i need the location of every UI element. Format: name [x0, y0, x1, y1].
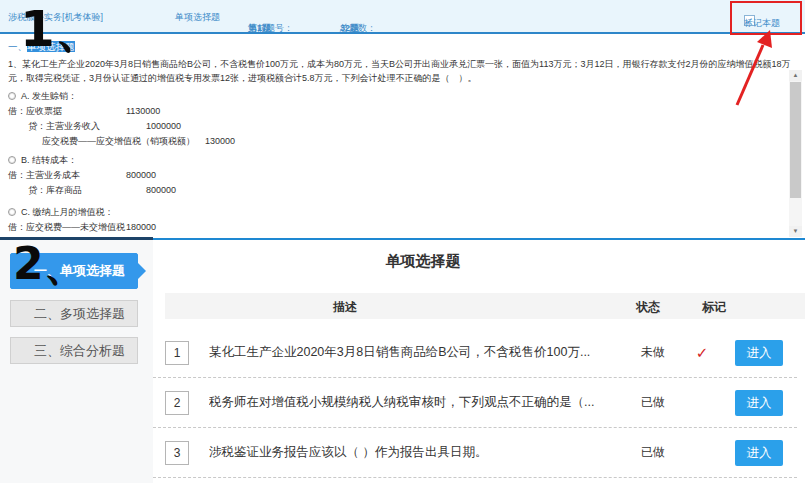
journal-entry-line: 贷：主营业务收入1000000: [8, 119, 805, 134]
exam-app-window: 涉税服务实务[机考体验] 单项选择题 当前题号：第1题 总题数：32题 ✓ 标记…: [0, 0, 805, 483]
radio-icon[interactable]: [8, 156, 16, 164]
exam-header: 涉税服务实务[机考体验] 单项选择题 当前题号：第1题 总题数：32题 ✓ 标记…: [0, 0, 805, 34]
option-c-label: C. 缴纳上月的增值税：: [21, 207, 114, 217]
journal-entry-line: 借：应交税费——未交增值税180000: [8, 220, 805, 235]
exam-title: 涉税服务实务[机考体验]: [8, 11, 103, 24]
option-b-label: B. 结转成本：: [21, 155, 77, 165]
table-header: 描述 状态 标记: [165, 293, 805, 319]
option-a[interactable]: A. 发生赊销：: [8, 90, 805, 104]
question-number-box: 3: [165, 441, 189, 465]
tab-comprehensive-label: 三、综合分析题: [34, 343, 125, 358]
tab-single-choice[interactable]: 一、单项选择题: [10, 253, 138, 289]
marked-check-icon: ✓: [685, 344, 719, 362]
column-header-mark: 标记: [692, 299, 736, 316]
total-questions-value: 32题: [340, 22, 359, 35]
question-description: 税务师在对增值税小规模纳税人纳税审核时，下列观点不正确的是（...: [209, 394, 594, 411]
question-panel: 一、单项选择题 1、某化工生产企业2020年3月8日销售商品给B公司，不含税售价…: [0, 36, 805, 237]
status-label: 已做: [631, 394, 675, 411]
scroll-down-icon[interactable]: ▼: [789, 226, 802, 237]
question-description: 某化工生产企业2020年3月8日销售商品给B公司，不含税售价100万...: [209, 344, 590, 361]
section-nav: 一、单项选择题 二、多项选择题 三、综合分析题: [0, 240, 153, 483]
section-heading-prefix: 一、: [8, 41, 27, 52]
question-description: 涉税鉴证业务报告应该以（ ）作为报告出具日期。: [209, 444, 487, 461]
question-type-label: 单项选择题: [175, 11, 220, 24]
question-scrollbar[interactable]: ▲ ▼: [789, 70, 802, 237]
journal-entry-line: 贷：库存商品800000: [8, 183, 805, 198]
current-question-value: 第1题: [248, 22, 271, 35]
radio-icon[interactable]: [8, 92, 16, 100]
tab-comprehensive[interactable]: 三、综合分析题: [10, 337, 138, 364]
enter-question-button[interactable]: 进入: [735, 440, 783, 466]
question-text: 1、某化工生产企业2020年3月8日销售商品给B公司，不含税售价100万元，成本…: [8, 57, 794, 85]
option-b[interactable]: B. 结转成本：: [8, 154, 805, 168]
status-label: 已做: [631, 444, 675, 461]
question-number-box: 2: [165, 391, 189, 415]
column-header-status: 状态: [626, 299, 670, 316]
section-heading: 一、单项选择题: [8, 41, 805, 54]
active-tab-arrow-icon: [137, 262, 146, 280]
question-list-panel: 单项选择题 描述 状态 标记 1 某化工生产企业2020年3月8日销售商品给B公…: [153, 240, 805, 483]
journal-entry-line: 借：应收票据1130000: [8, 104, 805, 119]
table-row: 3 涉税鉴证业务报告应该以（ ）作为报告出具日期。 已做 进入: [153, 428, 797, 478]
tab-single-choice-label: 一、单项选择题: [34, 263, 125, 278]
scroll-up-icon[interactable]: ▲: [789, 70, 802, 81]
table-row: 1 某化工生产企业2020年3月8日销售商品给B公司，不含税售价100万... …: [153, 328, 797, 378]
mark-question-control[interactable]: ✓ 标记本题: [744, 4, 798, 32]
radio-icon[interactable]: [8, 208, 16, 216]
scrollbar-thumb[interactable]: [790, 82, 801, 198]
journal-entry-line: 应交税费——应交增值税（销项税额）130000: [8, 134, 805, 149]
tab-multi-choice[interactable]: 二、多项选择题: [10, 300, 138, 327]
question-list: 1 某化工生产企业2020年3月8日销售商品给B公司，不含税售价100万... …: [153, 328, 797, 478]
status-label: 未做: [631, 344, 675, 361]
journal-entry-line: 借：主营业务成本800000: [8, 168, 805, 183]
column-header-description: 描述: [333, 299, 357, 316]
option-c[interactable]: C. 缴纳上月的增值税：: [8, 206, 805, 220]
question-number-box: 1: [165, 341, 189, 365]
enter-question-button[interactable]: 进入: [735, 390, 783, 416]
tab-multi-choice-label: 二、多项选择题: [34, 306, 125, 321]
section-heading-highlighted: 单项选择题: [27, 41, 75, 52]
panel-title: 单项选择题: [153, 252, 693, 271]
table-row: 2 税务师在对增值税小规模纳税人纳税审核时，下列观点不正确的是（... 已做 进…: [153, 378, 797, 428]
mark-question-label: 标记本题: [744, 17, 780, 30]
option-a-label: A. 发生赊销：: [21, 91, 77, 101]
enter-question-button[interactable]: 进入: [735, 340, 783, 366]
